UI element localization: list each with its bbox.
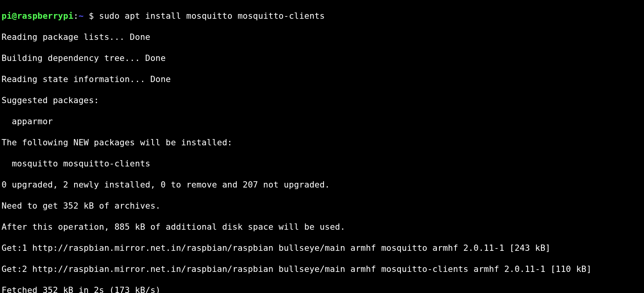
output-line: Reading package lists... Done	[2, 32, 642, 42]
output-line: Get:1 http://raspbian.mirror.net.in/rasp…	[2, 243, 642, 253]
prompt-path: ~	[78, 11, 84, 21]
output-line: The following NEW packages will be insta…	[2, 137, 642, 148]
output-line: After this operation, 885 kB of addition…	[2, 222, 642, 232]
prompt-user: pi	[2, 11, 12, 21]
output-line: Suggested packages:	[2, 95, 642, 105]
prompt-sep: :	[73, 11, 78, 21]
terminal-line-prompt-1: pi@raspberrypi:~ $ sudo apt install mosq…	[2, 11, 642, 21]
prompt-dollar: $	[84, 11, 99, 21]
prompt-host: raspberrypi	[17, 11, 73, 21]
output-line: Get:2 http://raspbian.mirror.net.in/rasp…	[2, 264, 642, 274]
output-line: Need to get 352 kB of archives.	[2, 200, 642, 211]
output-line: Reading state information... Done	[2, 74, 642, 84]
output-line: 0 upgraded, 2 newly installed, 0 to remo…	[2, 179, 642, 190]
output-line: mosquitto mosquitto-clients	[2, 158, 642, 169]
output-line: Building dependency tree... Done	[2, 53, 642, 63]
terminal-window[interactable]: pi@raspberrypi:~ $ sudo apt install mosq…	[0, 0, 644, 293]
output-line: apparmor	[2, 116, 642, 127]
output-line: Fetched 352 kB in 2s (173 kB/s)	[2, 285, 642, 293]
command-text: sudo apt install mosquitto mosquitto-cli…	[99, 11, 325, 21]
prompt-at: @	[12, 11, 17, 21]
